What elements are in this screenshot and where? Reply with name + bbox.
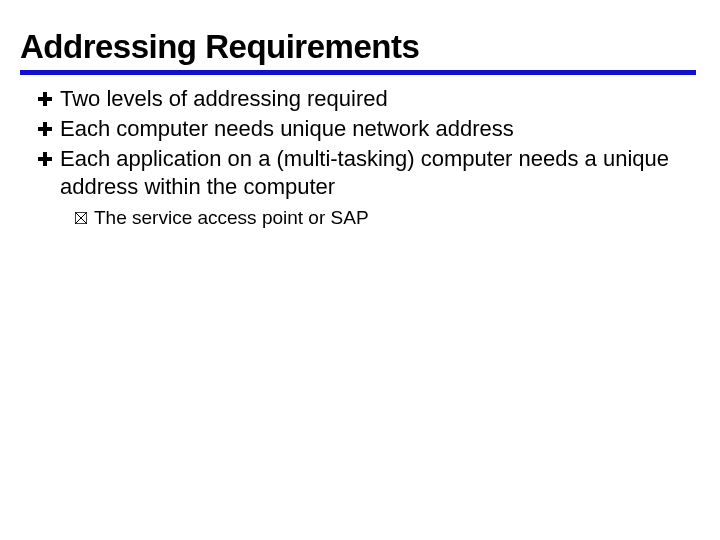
square-icon	[72, 206, 90, 230]
bullet-item: Two levels of addressing required	[36, 85, 696, 113]
bullet-text: Each application on a (multi-tasking) co…	[60, 145, 696, 200]
cross-icon	[36, 145, 54, 173]
cross-icon	[36, 115, 54, 143]
bullet-item: Each application on a (multi-tasking) co…	[36, 145, 696, 200]
slide-title: Addressing Requirements	[20, 28, 696, 75]
bullet-text: Each computer needs unique network addre…	[60, 115, 514, 143]
bullet-list: Two levels of addressing required Each c…	[24, 85, 696, 231]
sub-bullet-list: The service access point or SAP	[36, 206, 696, 231]
cross-icon	[36, 85, 54, 113]
bullet-item: Each computer needs unique network addre…	[36, 115, 696, 143]
sub-bullet-item: The service access point or SAP	[72, 206, 696, 231]
sub-bullet-text: The service access point or SAP	[94, 206, 369, 231]
bullet-text: Two levels of addressing required	[60, 85, 388, 113]
